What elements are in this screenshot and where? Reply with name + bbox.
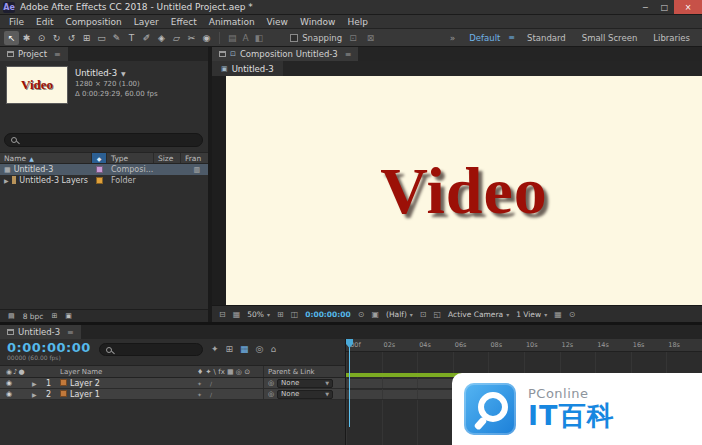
row-label-cell[interactable] [92, 175, 107, 186]
transparency-grid-icon[interactable]: ◱ [434, 310, 442, 319]
snapshot-icon[interactable]: ⊙ [358, 310, 365, 319]
disclosure-icon[interactable]: ▶ [4, 177, 9, 184]
minimize-button[interactable]: ─ [636, 0, 655, 14]
draft-3d-icon[interactable]: ⊞ [225, 344, 233, 354]
disclosure-icon[interactable]: ▶ [32, 380, 46, 387]
project-row-composition[interactable]: ▦ Untitled-3 Composi... ▥ [0, 164, 208, 175]
panel-menu-icon[interactable]: ≡ [54, 50, 61, 59]
timeline-search-input[interactable] [116, 345, 196, 354]
puppet-pin-tool-icon[interactable]: ◉ [199, 31, 214, 45]
character-panel-icon[interactable]: A [240, 33, 252, 43]
rotation-tool-icon[interactable]: ↺ [64, 31, 79, 45]
workspace-overflow-icon[interactable]: » [450, 33, 456, 43]
lock-icon[interactable]: ⊡ [230, 50, 236, 58]
menu-composition[interactable]: Composition [66, 17, 122, 27]
interpret-footage-icon[interactable]: ▤ [8, 312, 15, 320]
workspace-default[interactable]: Default [469, 33, 500, 43]
tab-composition[interactable]: ⊡ Composition Untitled-3 ≡ [212, 47, 358, 61]
menu-file[interactable]: File [9, 17, 24, 27]
snap-feature-icon[interactable]: ⊡ [346, 33, 360, 43]
pen-tool-icon[interactable]: ✎ [109, 31, 124, 45]
workspace-standard[interactable]: Standard [527, 33, 566, 43]
panel-menu-icon[interactable]: ≡ [67, 328, 74, 337]
menu-effect[interactable]: Effect [171, 17, 197, 27]
region-of-interest-icon[interactable]: ⊡ [420, 310, 427, 319]
motion-blur-icon[interactable]: ⌂ [270, 344, 276, 354]
column-name[interactable]: Name ▲ [0, 153, 92, 163]
menu-help[interactable]: Help [347, 17, 368, 27]
column-layer-name[interactable]: Layer Name [58, 368, 197, 376]
tab-project[interactable]: Project ≡ [0, 47, 68, 61]
eye-icon[interactable]: ◉ [0, 379, 32, 387]
menu-edit[interactable]: Edit [36, 17, 53, 27]
layer-row-1[interactable]: ◉ ▶ 1 Layer 2 ✦ / ◎ None▼ [0, 378, 345, 389]
viewer-tab-untitled3[interactable]: ▣ Untitled-3 [212, 61, 283, 76]
brush-tool-icon[interactable]: ✐ [139, 31, 154, 45]
workspace-small-screen[interactable]: Small Screen [582, 33, 638, 43]
paragraph-panel-icon[interactable]: ◧ [252, 33, 267, 43]
roto-brush-tool-icon[interactable]: ✂ [184, 31, 199, 45]
column-type[interactable]: Type [107, 153, 154, 163]
text-tool-icon[interactable]: T [124, 31, 139, 45]
eraser-tool-icon[interactable]: ▱ [169, 31, 184, 45]
hand-tool-icon[interactable]: ✱ [19, 31, 34, 45]
fast-previews-icon[interactable]: ⊙ [569, 310, 576, 319]
frame-blending-icon[interactable]: ◎ [256, 344, 264, 354]
parent-dropdown[interactable]: None▼ [277, 379, 333, 388]
show-channel-icon[interactable]: ▣ [371, 310, 379, 319]
composition-canvas[interactable]: Video [226, 76, 702, 305]
tab-timeline-untitled3[interactable]: Untitled-3 ≡ [0, 325, 81, 339]
zoom-dropdown[interactable]: 50% ▾ [247, 310, 270, 319]
current-time-display[interactable]: 0:00:00:00 00000 (60.00 fps) [7, 342, 91, 361]
eye-icon[interactable]: ◉ [0, 390, 32, 398]
comp-mini-flowchart-icon[interactable]: ✦ [211, 344, 219, 354]
view-layout-dropdown[interactable]: 1 View ▾ [516, 310, 547, 319]
column-size[interactable]: Size [154, 153, 181, 163]
zoom-tool-icon[interactable]: ⊙ [34, 31, 49, 45]
new-folder-icon[interactable]: ⊞ [51, 312, 57, 320]
orbit-camera-tool-icon[interactable]: ↻ [49, 31, 64, 45]
workspace-menu-icon[interactable]: ≡ [508, 33, 515, 42]
snapping-checkbox[interactable] [290, 34, 298, 42]
project-row-folder[interactable]: ▶ Untitled-3 Layers Folder [0, 175, 208, 186]
column-label[interactable]: ◆ [92, 153, 107, 163]
time-ruler[interactable]: :00f 02s 04s 06s 08s 10s 12s 14s 16s 18s [346, 339, 702, 352]
close-button[interactable]: × [674, 0, 702, 14]
new-composition-icon[interactable]: ▣ [65, 312, 72, 320]
project-item-thumbnail[interactable]: Video [6, 66, 68, 104]
resolution-dropdown[interactable]: (Half) ▾ [386, 310, 413, 319]
disclosure-icon[interactable]: ▶ [32, 391, 46, 398]
project-search-input[interactable] [21, 136, 196, 145]
row-label-cell[interactable] [92, 164, 107, 175]
clone-stamp-tool-icon[interactable]: ◈ [154, 31, 169, 45]
selection-tool-icon[interactable]: ↖ [4, 31, 19, 45]
column-frame-rate[interactable]: Fran [181, 153, 208, 163]
project-item-name[interactable]: Untitled-3 ▼ [75, 68, 158, 78]
layer-row-2[interactable]: ◉ ▶ 2 Layer 1 ✦ / ◎ None▼ [0, 389, 345, 400]
menu-view[interactable]: View [267, 17, 288, 27]
mask-visibility-icon[interactable]: ◫ [291, 310, 299, 319]
playhead[interactable] [349, 339, 350, 427]
layer-color-chip[interactable] [60, 390, 67, 397]
magnification-icon[interactable]: ▦ [233, 310, 241, 319]
hide-shy-layers-icon[interactable]: ▦ [240, 344, 249, 354]
layer-color-chip[interactable] [60, 379, 67, 386]
pick-whip-icon[interactable]: ◎ [268, 390, 274, 398]
menu-layer[interactable]: Layer [134, 17, 159, 27]
pixel-aspect-icon[interactable]: ▦ [554, 310, 562, 319]
layer-name-cell[interactable]: Layer 2 [58, 379, 197, 388]
panel-menu-icon[interactable]: ≡ [345, 50, 352, 59]
snap-edges-icon[interactable]: ⊠ [364, 33, 378, 43]
project-search[interactable] [4, 133, 203, 147]
pan-behind-tool-icon[interactable]: ⊞ [79, 31, 94, 45]
camera-dropdown[interactable]: Active Camera ▾ [448, 310, 509, 319]
grid-guides-icon[interactable]: ⊞ [277, 310, 284, 319]
snapping-label[interactable]: Snapping [302, 33, 342, 43]
layer-switches[interactable]: ✦ / [197, 380, 263, 387]
maximize-button[interactable]: □ [655, 0, 674, 14]
workspace-libraries[interactable]: Libraries [653, 33, 690, 43]
parent-dropdown[interactable]: None▼ [277, 390, 333, 399]
timeline-timecode[interactable]: 0:00:00:00 [7, 342, 91, 354]
shape-tool-icon[interactable]: ▭ [94, 31, 109, 45]
comp-current-time[interactable]: 0:00:00:00 [305, 310, 351, 319]
